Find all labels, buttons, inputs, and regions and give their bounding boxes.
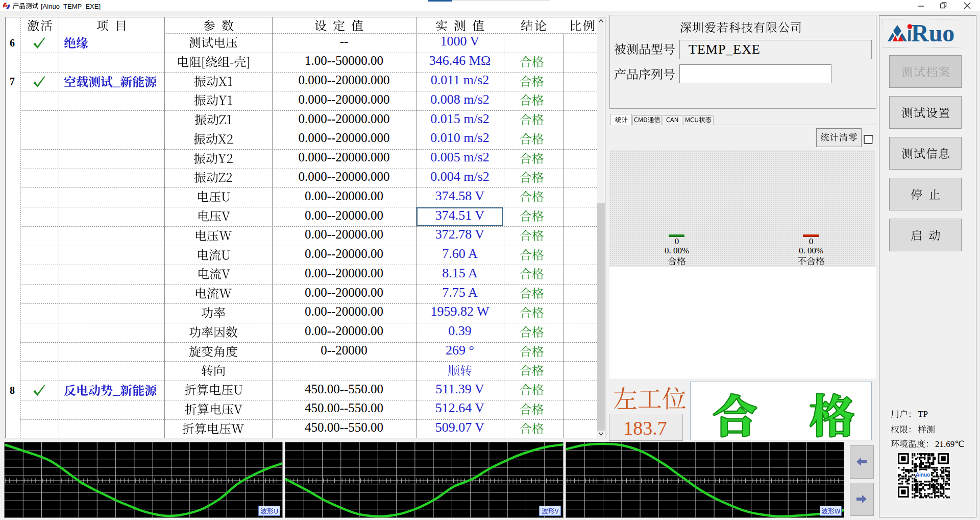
- svg-text:Ruo: Ruo: [911, 20, 954, 46]
- svg-text:Ainuo: Ainuo: [916, 472, 930, 478]
